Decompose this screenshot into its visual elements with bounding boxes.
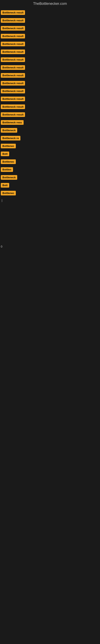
empty-section-4 [0, 330, 100, 370]
bottleneck-badge[interactable]: Bottlen [1, 167, 13, 172]
bottleneck-item-23[interactable]: Bott [0, 182, 100, 190]
bottleneck-badge[interactable]: Bott [1, 183, 9, 188]
site-title: TheBottlenecker.com [0, 0, 100, 8]
bottleneck-badge[interactable]: Bottleneck result [1, 50, 25, 54]
bottleneck-badge[interactable]: Bottleneck result [1, 65, 25, 70]
bottleneck-item-6[interactable]: Bottleneck result [0, 48, 100, 56]
bottleneck-badge[interactable]: Bottleneck result [1, 18, 25, 23]
bottleneck-badge[interactable]: Bottleneck result [1, 89, 25, 94]
bottleneck-item-22[interactable]: Bottleneck [0, 174, 100, 182]
bottleneck-badge[interactable]: Bottleneck result [1, 57, 25, 62]
bottleneck-badge[interactable]: Bottleneck result [1, 96, 25, 101]
bottleneck-item-10[interactable]: Bottleneck result [0, 80, 100, 88]
bottleneck-item-7[interactable]: Bottleneck result [0, 56, 100, 64]
text-cursor: | [1, 198, 2, 203]
bottleneck-item-14[interactable]: Bottleneck result [0, 111, 100, 119]
bottleneck-badge[interactable]: Bottleneck result [1, 104, 25, 109]
bottleneck-item-25: | [0, 198, 100, 204]
items-container: Bottleneck result Bottleneck result Bott… [0, 8, 100, 204]
bottleneck-badge[interactable]: Bottleneck [1, 128, 17, 132]
bottleneck-item-11[interactable]: Bottleneck result [0, 88, 100, 96]
bottleneck-item-12[interactable]: Bottleneck result [0, 96, 100, 103]
bottleneck-badge[interactable]: Bottleneck result [1, 73, 25, 78]
empty-section-1 [0, 204, 100, 244]
bottleneck-item-15[interactable]: Bottleneck resu [0, 119, 100, 127]
bottleneck-badge[interactable]: Bottleneck re [1, 136, 20, 140]
bottleneck-badge[interactable]: Bottleneck result [1, 81, 25, 86]
bottleneck-item-24[interactable]: Bottlenec [0, 190, 100, 198]
bottleneck-badge[interactable]: Bottleneck result [1, 34, 25, 38]
bottleneck-item-8[interactable]: Bottleneck result [0, 64, 100, 72]
bottleneck-item-5[interactable]: Bottleneck result [0, 40, 100, 48]
empty-section-3 [0, 290, 100, 330]
bottleneck-item-13[interactable]: Bottleneck result [0, 103, 100, 111]
bottleneck-badge[interactable]: Bottleneck result [1, 10, 25, 15]
bottleneck-item-2[interactable]: Bottleneck result [0, 17, 100, 25]
bottleneck-item-18[interactable]: Bottlenec [0, 142, 100, 150]
bottleneck-item-20[interactable]: Bottlenec [0, 158, 100, 166]
bottleneck-item-4[interactable]: Bottleneck result [0, 32, 100, 40]
bottleneck-item-21[interactable]: Bottlen [0, 166, 100, 174]
bottleneck-item-19[interactable]: Bott [0, 150, 100, 158]
bottleneck-badge[interactable]: Bottlenec [1, 144, 16, 148]
bottleneck-badge[interactable]: Bottleneck result [1, 26, 25, 30]
bottleneck-badge[interactable]: Bott [1, 152, 9, 156]
bottleneck-item-17[interactable]: Bottleneck re [0, 135, 100, 142]
empty-section-2 [0, 249, 100, 290]
bottleneck-item-9[interactable]: Bottleneck result [0, 72, 100, 80]
bottleneck-badge[interactable]: Bottlenec [1, 160, 16, 164]
bottleneck-item-3[interactable]: Bottleneck result [0, 25, 100, 32]
bottleneck-item-1[interactable]: Bottleneck result [0, 9, 100, 17]
bottleneck-badge[interactable]: Bottleneck [1, 175, 17, 180]
bottleneck-badge[interactable]: Bottleneck resu [1, 120, 24, 125]
bottom-letter: 0 [0, 244, 100, 249]
bottleneck-badge[interactable]: Bottleneck result [1, 112, 25, 117]
bottleneck-item-16[interactable]: Bottleneck [0, 127, 100, 135]
bottleneck-badge[interactable]: Bottleneck result [1, 42, 25, 46]
bottleneck-badge[interactable]: Bottlenec [1, 191, 16, 196]
